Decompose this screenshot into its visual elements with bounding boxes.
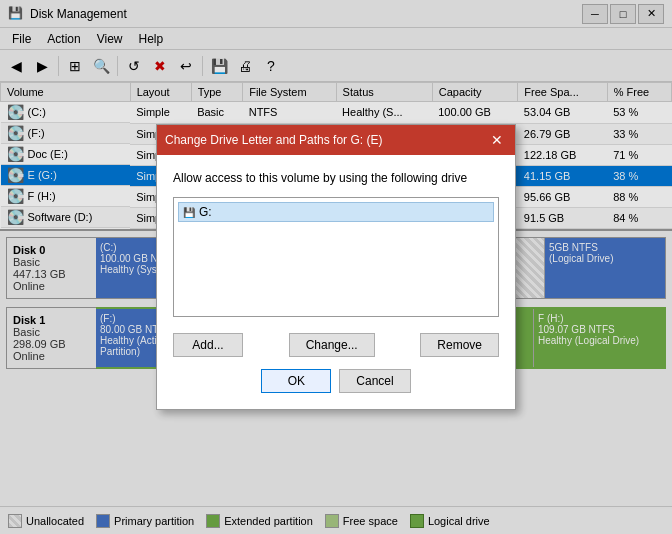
cancel-button[interactable]: Cancel [339, 369, 410, 393]
dialog-overlay: Change Drive Letter and Paths for G: (E)… [0, 0, 672, 534]
change-drive-dialog: Change Drive Letter and Paths for G: (E)… [156, 124, 516, 410]
remove-button[interactable]: Remove [420, 333, 499, 357]
add-button[interactable]: Add... [173, 333, 243, 357]
dialog-list-item-label: G: [199, 205, 212, 219]
dialog-action-buttons: Add... Change... Remove [173, 333, 499, 357]
dialog-list-item[interactable]: 💾 G: [178, 202, 494, 222]
drive-icon: 💾 [183, 207, 195, 218]
ok-button[interactable]: OK [261, 369, 331, 393]
dialog-title: Change Drive Letter and Paths for G: (E) [165, 133, 382, 147]
dialog-close-button[interactable]: ✕ [487, 131, 507, 149]
dialog-body: Allow access to this volume by using the… [157, 155, 515, 409]
change-button[interactable]: Change... [289, 333, 375, 357]
dialog-title-bar: Change Drive Letter and Paths for G: (E)… [157, 125, 515, 155]
dialog-description: Allow access to this volume by using the… [173, 171, 499, 185]
dialog-drive-list[interactable]: 💾 G: [173, 197, 499, 317]
dialog-confirm-buttons: OK Cancel [173, 369, 499, 393]
